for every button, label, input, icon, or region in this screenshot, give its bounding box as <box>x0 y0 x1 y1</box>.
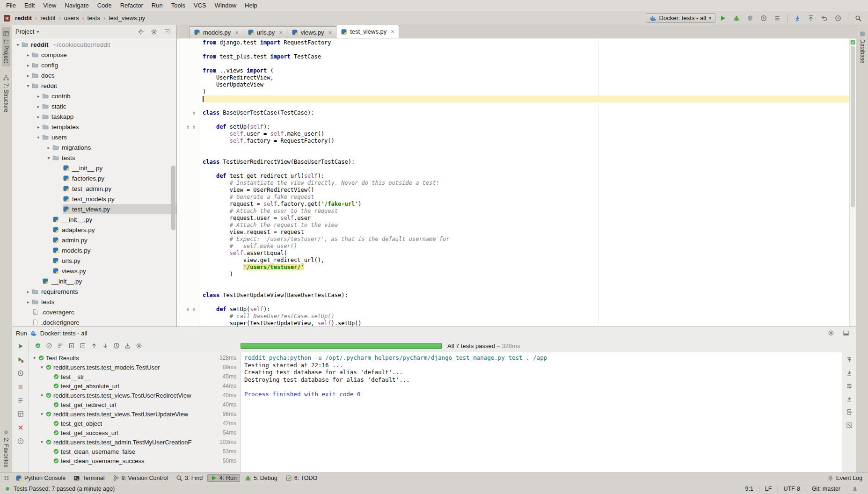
profiler-button[interactable] <box>758 13 770 24</box>
code-line[interactable]: view.get_redirect_url(), <box>203 257 856 264</box>
code-line[interactable] <box>203 116 856 124</box>
tool-tab-favorites[interactable]: 2: Favorites <box>2 426 10 471</box>
test-tree-item[interactable]: test_get_absolute_url44ms <box>29 381 240 391</box>
close-icon[interactable]: × <box>391 29 394 35</box>
test-tree-item[interactable]: ▾reddit.users.tests.test_models.TestUser… <box>29 363 240 372</box>
editor-tab-urls-py[interactable]: urls.py× <box>243 26 287 38</box>
editor-tab-views-py[interactable]: views.py× <box>287 26 336 38</box>
project-tree-item[interactable]: ▸static <box>12 101 176 111</box>
expand-arrow-icon[interactable]: ▸ <box>24 299 32 305</box>
project-tree-item[interactable]: ▾reddit~/cookiecutter/reddit <box>12 39 176 50</box>
status-message[interactable]: Tests Passed: 7 passed (a minute ago) <box>14 486 115 492</box>
code-line[interactable] <box>203 102 856 109</box>
collapse-all-button[interactable] <box>78 341 88 351</box>
menu-window[interactable]: Window <box>211 0 241 10</box>
locate-button[interactable] <box>135 26 147 37</box>
to-top-button[interactable] <box>844 355 854 365</box>
breadcrumb-item[interactable]: reddit <box>13 14 34 22</box>
code-line[interactable] <box>203 285 856 292</box>
test-tree-item[interactable]: test_clean_username_false53ms <box>29 447 240 456</box>
close-icon[interactable]: × <box>279 29 283 36</box>
encoding-widget[interactable]: UTF-8 <box>777 486 805 492</box>
run-button[interactable] <box>717 13 729 24</box>
menu-refactor[interactable]: Refactor <box>116 0 147 10</box>
show-passed-button[interactable] <box>33 341 43 351</box>
show-ignored-button[interactable] <box>44 341 54 351</box>
collapse-arrow-icon[interactable]: ▾ <box>38 440 45 444</box>
project-scrollbar[interactable] <box>171 166 175 230</box>
test-tree-item[interactable]: test_get_object42ms <box>29 419 240 428</box>
line-separator-widget[interactable]: LF <box>759 486 778 492</box>
test-tree-item[interactable]: ▾reddit.users.tests.test_views.TestUserU… <box>29 409 240 419</box>
search-everywhere-button[interactable] <box>852 13 864 24</box>
breadcrumb-item[interactable]: users <box>62 14 81 22</box>
project-tree-item[interactable]: models.py <box>12 245 176 255</box>
code-line[interactable]: def test_get_redirect_url(self): <box>203 173 856 180</box>
tool-tab-database[interactable]: Database <box>858 27 867 66</box>
commit-changes-button[interactable] <box>805 13 817 24</box>
override-marker-icon[interactable] <box>185 307 190 312</box>
menu-file[interactable]: File <box>2 0 20 10</box>
code-line[interactable]: self.assertEqual( <box>203 250 856 257</box>
run-console[interactable]: reddit_pycha:python -u /opt/.pycharm_hel… <box>241 352 842 472</box>
project-tree-item[interactable]: admin.py <box>12 235 176 245</box>
menu-edit[interactable]: Edit <box>20 0 39 10</box>
code-line[interactable]: view = UserRedirectView() <box>203 187 856 194</box>
code-line[interactable]: UserRedirectView, <box>203 74 856 81</box>
scroll-end-button[interactable] <box>844 394 854 404</box>
toolwindow-button-python-console[interactable]: Python Console <box>12 474 69 482</box>
code-line[interactable] <box>203 299 856 306</box>
test-tree-item[interactable]: ▾Test Results328ms <box>29 353 240 363</box>
sort-button[interactable] <box>55 341 66 351</box>
project-tree-item[interactable]: ▸migrations <box>12 142 176 153</box>
toolwindow-button-terminal[interactable]: Terminal <box>70 474 108 482</box>
code-line[interactable]: # Instantiate the view directly. Never d… <box>203 180 856 187</box>
code-line[interactable]: request.user = self.user <box>203 215 856 222</box>
settings-button[interactable] <box>825 327 837 339</box>
collapse-arrow-icon[interactable]: ▾ <box>38 412 45 416</box>
code-line[interactable]: class BaseUserTestCase(TestCase): <box>203 109 856 116</box>
code-line[interactable] <box>203 278 856 285</box>
expand-all-button[interactable] <box>66 341 77 351</box>
test-tree-item[interactable]: test_get_success_url54ms <box>29 428 240 437</box>
project-tree-item[interactable]: ▸compose <box>12 50 176 60</box>
code-line[interactable]: # Attach the user to the request <box>203 208 856 215</box>
code-line[interactable]: from ..views import ( <box>203 67 856 74</box>
project-tree-item[interactable]: views.py <box>12 266 176 276</box>
menu-run[interactable]: Run <box>147 0 167 10</box>
help-button[interactable]: ? <box>15 436 27 447</box>
toolwindow-button-version-control[interactable]: 9: Version Control <box>109 474 171 482</box>
prev-failed-button[interactable] <box>89 341 99 351</box>
expand-arrow-icon[interactable]: ▸ <box>24 63 32 68</box>
soft-wrap-button[interactable] <box>844 381 854 391</box>
expand-arrow-icon[interactable]: ▸ <box>24 73 32 78</box>
project-tree-item[interactable]: __init__.py <box>12 214 176 225</box>
project-tree-item[interactable]: test_admin.py <box>12 183 176 194</box>
collapse-all-button[interactable] <box>161 26 173 37</box>
project-tree-item[interactable]: ▸requirements <box>12 286 176 297</box>
code-line[interactable] <box>203 145 856 152</box>
code-line[interactable]: view.request = request <box>203 229 856 236</box>
print-button[interactable] <box>844 407 854 417</box>
project-tree-item[interactable]: urls.py <box>12 255 176 266</box>
settings-button[interactable] <box>148 26 160 37</box>
toolwindow-button-debug[interactable]: 5: Debug <box>241 474 281 482</box>
project-tree-item[interactable]: .dockerignore <box>12 317 176 327</box>
menu-navigate[interactable]: Navigate <box>60 0 93 10</box>
run-test-marker-icon[interactable] <box>191 307 197 312</box>
editor-tab-models-py[interactable]: models.py× <box>189 26 243 38</box>
menu-help[interactable]: Help <box>241 0 262 10</box>
run-test-marker-icon[interactable] <box>191 110 197 116</box>
project-tree-item[interactable]: ▸templates <box>12 122 176 132</box>
code-line[interactable]: super(TestUserUpdateView, self).setUp() <box>203 320 856 327</box>
project-tree-item[interactable]: ▸config <box>12 60 176 70</box>
caret-position-widget[interactable]: 9:1 <box>739 486 759 492</box>
rerun-button[interactable] <box>15 341 27 352</box>
chevron-down-icon[interactable]: ▾ <box>36 29 39 34</box>
project-tree-item[interactable]: ▸taskapp <box>12 111 176 122</box>
test-tree-item[interactable]: ▾reddit.users.tests.test_admin.TestMyUse… <box>29 437 240 447</box>
toolwindow-grid-button[interactable] <box>2 474 11 482</box>
code-line[interactable]: # Generate a fake request <box>203 194 856 201</box>
expand-arrow-icon[interactable]: ▸ <box>24 289 32 294</box>
git-branch-widget[interactable]: Git: master <box>806 486 846 492</box>
